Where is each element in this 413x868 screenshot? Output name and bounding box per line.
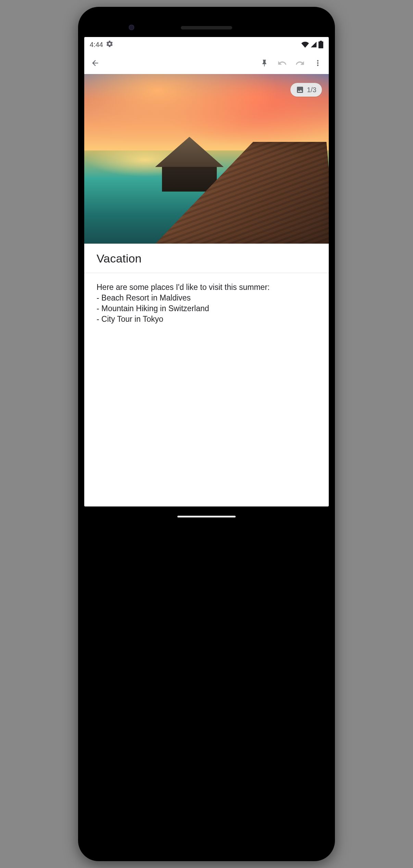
image-icon — [296, 86, 304, 94]
gear-icon — [106, 40, 113, 49]
back-button[interactable] — [87, 55, 103, 71]
undo-icon — [277, 58, 287, 68]
pin-icon — [260, 59, 269, 68]
status-right — [301, 41, 323, 48]
device-frame: 4:44 — [78, 7, 335, 861]
status-bar: 4:44 — [84, 37, 329, 52]
overflow-button[interactable] — [310, 55, 326, 71]
status-left: 4:44 — [90, 40, 113, 49]
device-speaker — [181, 26, 232, 29]
note-body[interactable]: Here are some places I'd like to visit t… — [84, 273, 329, 506]
screen: 4:44 — [84, 37, 329, 506]
note-title-block: Vacation — [84, 244, 329, 273]
image-counter-chip[interactable]: 1/3 — [290, 83, 322, 97]
redo-icon — [295, 58, 305, 68]
device-camera — [129, 25, 134, 30]
more-vert-icon — [313, 59, 322, 68]
note-hero-image[interactable]: 1/3 — [84, 74, 329, 244]
battery-icon — [318, 41, 323, 48]
device-inner: 4:44 — [84, 13, 329, 527]
redo-button[interactable] — [292, 55, 308, 71]
signal-icon — [310, 41, 317, 48]
status-time: 4:44 — [90, 41, 103, 49]
image-counter-text: 1/3 — [307, 86, 316, 94]
note-title[interactable]: Vacation — [97, 252, 316, 265]
app-bar — [84, 52, 329, 74]
undo-button[interactable] — [274, 55, 290, 71]
wifi-icon — [301, 41, 309, 48]
home-indicator[interactable] — [177, 516, 236, 517]
arrow-back-icon — [91, 59, 100, 68]
pin-button[interactable] — [256, 55, 273, 71]
